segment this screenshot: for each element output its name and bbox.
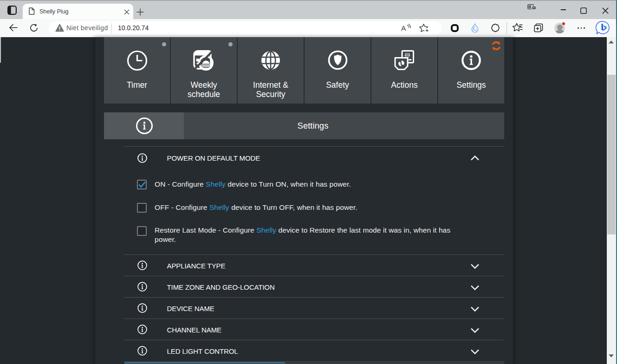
svg-text:A: A: [401, 24, 406, 32]
